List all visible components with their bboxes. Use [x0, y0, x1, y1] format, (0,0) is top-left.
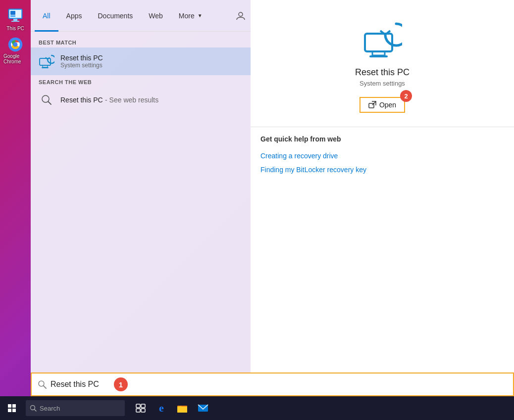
monitor-icon: [6, 7, 24, 25]
app-detail-actions: Open 2: [360, 97, 405, 113]
help-link-1[interactable]: Creating a recovery drive: [260, 149, 504, 163]
tab-documents[interactable]: Documents: [90, 0, 141, 32]
desktop-icon-chrome[interactable]: Google Chrome: [3, 37, 27, 64]
search-tabs: All Apps Documents Web More ▼ ···: [31, 0, 272, 32]
best-match-label: Best match: [31, 36, 272, 47]
file-explorer-button[interactable]: [172, 398, 192, 418]
svg-rect-26: [136, 409, 140, 412]
tab-more[interactable]: More ▼: [171, 0, 210, 32]
svg-point-8: [13, 43, 18, 47]
taskbar-search-placeholder: Search: [40, 405, 60, 412]
search-bar-icon: [38, 380, 47, 389]
tab-all[interactable]: All: [35, 0, 58, 32]
svg-rect-4: [10, 11, 15, 15]
mail-button[interactable]: [193, 398, 213, 418]
tab-web[interactable]: Web: [141, 0, 171, 32]
open-button-label: Open: [379, 101, 396, 109]
chrome-icon: [6, 37, 24, 52]
desktop-sidebar: This PC Google Chrome: [0, 0, 31, 396]
best-match-text: Reset this PC System settings: [60, 54, 264, 69]
best-match-item[interactable]: Reset this PC System settings: [31, 47, 272, 75]
edge-button[interactable]: e: [152, 398, 171, 418]
windows-icon: [8, 404, 16, 412]
svg-line-21: [44, 386, 46, 388]
file-explorer-icon: [177, 403, 188, 413]
results-area: Best match Reset this PC System settings…: [31, 32, 272, 396]
svg-rect-11: [43, 65, 48, 67]
open-external-icon: [368, 101, 376, 109]
svg-rect-27: [141, 409, 145, 412]
svg-point-9: [239, 12, 243, 16]
desktop-icon-chrome-label: Google Chrome: [3, 53, 27, 64]
app-detail: Reset this PC System settings Open 2: [251, 0, 514, 127]
reset-pc-icon: [39, 53, 54, 69]
app-detail-name: Reset this PC: [355, 67, 410, 78]
svg-rect-29: [177, 407, 187, 413]
tab-apps[interactable]: Apps: [58, 0, 90, 32]
start-menu-panel: All Apps Documents Web More ▼ ···: [31, 0, 272, 396]
open-button[interactable]: Open: [360, 97, 405, 113]
start-button[interactable]: [0, 396, 24, 420]
help-link-2[interactable]: Finding my BitLocker recovery key: [260, 163, 504, 177]
taskview-icon: [136, 404, 146, 413]
svg-line-14: [49, 102, 51, 105]
web-search-suffix: - See web results: [105, 96, 158, 104]
app-detail-reset-icon: [362, 20, 402, 59]
taskbar: Search e: [0, 396, 514, 420]
search-bar-value[interactable]: Reset this PC: [51, 380, 99, 389]
open-button-badge: 2: [400, 90, 412, 102]
quick-help-title: Get quick help from web: [260, 135, 504, 143]
search-badge-1: 1: [114, 377, 128, 391]
svg-rect-24: [136, 404, 140, 408]
taskbar-search-icon: [30, 405, 37, 412]
best-match-title: Reset this PC: [60, 54, 264, 62]
svg-rect-16: [372, 51, 385, 55]
web-search-item[interactable]: Reset this PC - See web results ›: [31, 87, 272, 113]
web-search-text: Reset this PC - See web results: [60, 95, 256, 104]
taskbar-search[interactable]: Search: [26, 400, 125, 416]
svg-rect-17: [369, 55, 388, 57]
best-match-subtitle: System settings: [60, 62, 264, 69]
right-panel: Reset this PC System settings Open 2 Get…: [251, 0, 514, 396]
taskview-button[interactable]: [131, 398, 151, 418]
taskbar-icons: e: [131, 398, 213, 418]
edge-icon: e: [159, 402, 164, 415]
svg-rect-12: [42, 67, 49, 68]
web-search-query: Reset this PC: [60, 96, 103, 104]
desktop-icon-this-pc-label: This PC: [6, 26, 24, 31]
svg-rect-1: [13, 19, 17, 21]
account-button[interactable]: [233, 8, 249, 24]
search-web-icon: [39, 92, 54, 108]
svg-rect-2: [11, 21, 19, 22]
svg-rect-5: [10, 15, 15, 17]
quick-help-section: Get quick help from web Creating a recov…: [251, 127, 514, 185]
svg-rect-25: [141, 404, 145, 408]
more-chevron-icon: ▼: [198, 13, 203, 18]
app-detail-subtitle: System settings: [360, 80, 405, 87]
desktop-icon-this-pc[interactable]: This PC: [3, 5, 27, 33]
person-icon: [236, 11, 246, 21]
svg-line-23: [35, 410, 37, 412]
search-web-label: Search the web: [31, 75, 272, 87]
search-bar-container: Reset this PC: [31, 373, 514, 396]
mail-icon: [198, 404, 208, 413]
